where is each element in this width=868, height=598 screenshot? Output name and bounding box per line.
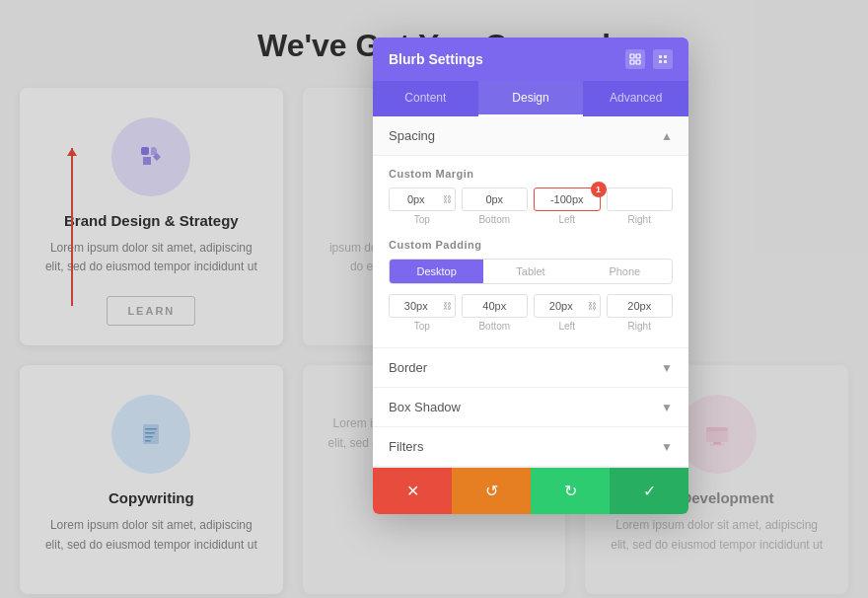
spacing-label: Spacing	[389, 128, 435, 143]
custom-padding-label: Custom Padding	[389, 239, 673, 251]
padding-bottom-label: Bottom	[478, 321, 510, 332]
margin-left-badge-wrapper: 1	[534, 187, 601, 211]
svg-rect-15	[630, 60, 634, 64]
border-section-header[interactable]: Border ▼	[373, 348, 688, 388]
padding-right-input[interactable]	[607, 294, 674, 318]
margin-right-input[interactable]	[607, 187, 674, 211]
device-tab-desktop[interactable]: Desktop	[390, 260, 483, 283]
padding-left-wrapper: ⛓	[534, 294, 601, 318]
margin-badge: 1	[591, 182, 607, 197]
padding-top-label: Top	[414, 321, 430, 332]
tab-content[interactable]: Content	[373, 81, 478, 116]
filters-section-header[interactable]: Filters ▼	[373, 427, 688, 467]
tab-design[interactable]: Design	[478, 81, 584, 116]
spacing-section-header[interactable]: Spacing ▲	[373, 116, 688, 156]
margin-left-group: 1 Left	[534, 187, 601, 225]
padding-bottom-group: Bottom	[462, 294, 529, 332]
filters-chevron-icon: ▼	[661, 440, 673, 454]
spacing-chevron-icon: ▲	[661, 129, 673, 143]
margin-top-wrapper: ⛓	[389, 187, 456, 211]
spacing-section-content: Custom Margin ⛓ Top Bottom	[373, 156, 688, 348]
redo-button[interactable]: ↻	[531, 468, 610, 514]
margin-right-label: Right	[628, 214, 651, 225]
svg-rect-14	[636, 54, 640, 58]
margin-bottom-group: Bottom	[462, 187, 529, 225]
panel-body: Spacing ▲ Custom Margin ⛓ Top Bottom	[373, 116, 688, 467]
padding-left-link-icon: ⛓	[588, 301, 597, 311]
border-chevron-icon: ▼	[661, 361, 673, 375]
svg-rect-13	[636, 60, 640, 64]
device-tabs: Desktop Tablet Phone	[389, 259, 673, 284]
tab-advanced[interactable]: Advanced	[583, 81, 688, 116]
border-label: Border	[389, 360, 427, 375]
custom-margin-label: Custom Margin	[389, 168, 673, 180]
padding-top-wrapper: ⛓	[389, 294, 456, 318]
padding-right-label: Right	[628, 321, 651, 332]
margin-top-group: ⛓ Top	[389, 187, 456, 225]
cancel-button[interactable]: ✕	[373, 468, 452, 514]
margin-left-label: Left	[558, 214, 575, 225]
blurb-settings-panel: Blurb Settings Content Design Advanced	[373, 37, 688, 514]
box-shadow-label: Box Shadow	[389, 400, 461, 414]
device-tab-phone[interactable]: Phone	[578, 260, 672, 283]
reset-button[interactable]: ↺	[452, 468, 531, 514]
margin-inputs-row: ⛓ Top Bottom 1 Left	[389, 187, 673, 225]
padding-top-link-icon: ⛓	[443, 301, 452, 311]
padding-top-group: ⛓ Top	[389, 294, 456, 332]
margin-top-label: Top	[414, 214, 430, 225]
padding-bottom-input[interactable]	[462, 294, 529, 318]
padding-inputs-row: ⛓ Top Bottom ⛓ Left	[389, 294, 673, 332]
margin-bottom-input[interactable]	[462, 187, 529, 211]
padding-left-group: ⛓ Left	[534, 294, 601, 332]
panel-icon-close[interactable]	[653, 49, 673, 69]
filters-label: Filters	[389, 439, 423, 454]
device-tab-tablet[interactable]: Tablet	[483, 260, 577, 283]
svg-rect-12	[630, 54, 634, 58]
margin-right-group: Right	[607, 187, 674, 225]
panel-tabs: Content Design Advanced	[373, 81, 688, 116]
margin-link-icon: ⛓	[443, 194, 452, 204]
margin-bottom-label: Bottom	[478, 214, 510, 225]
panel-header: Blurb Settings	[373, 37, 688, 81]
padding-left-label: Left	[558, 321, 575, 332]
box-shadow-section-header[interactable]: Box Shadow ▼	[373, 388, 688, 427]
panel-header-icons	[625, 49, 673, 69]
save-button[interactable]: ✓	[610, 468, 688, 514]
padding-right-group: Right	[607, 294, 674, 332]
box-shadow-chevron-icon: ▼	[661, 401, 673, 414]
panel-footer: ✕ ↺ ↻ ✓	[373, 467, 688, 514]
panel-title: Blurb Settings	[389, 51, 483, 67]
panel-icon-resize[interactable]	[625, 49, 645, 69]
